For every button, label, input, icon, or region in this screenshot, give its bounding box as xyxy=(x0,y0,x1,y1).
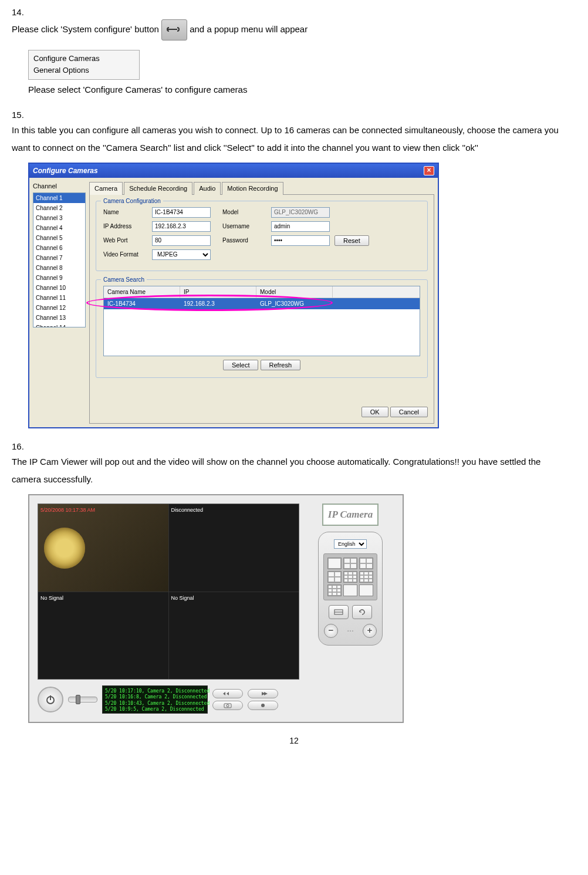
list-mode-button[interactable] xyxy=(329,605,349,619)
snapshot-button[interactable] xyxy=(212,701,243,710)
remote-panel: English xyxy=(318,532,383,646)
refresh-button[interactable]: Refresh xyxy=(261,360,301,370)
tab-schedule[interactable]: Schedule Recording xyxy=(124,182,192,195)
wrench-icon xyxy=(165,26,183,33)
power-icon xyxy=(45,694,56,705)
page-number: 12 xyxy=(12,735,576,747)
channel-list[interactable]: Channel 1 Channel 2 Channel 3 Channel 4 … xyxy=(33,192,86,327)
record-button[interactable] xyxy=(248,701,278,710)
video-cell-1[interactable]: 5/20/2008 10:17:38 AM xyxy=(38,504,168,592)
tab-camera[interactable]: Camera xyxy=(89,182,123,195)
cancel-button[interactable]: Cancel xyxy=(390,407,428,417)
layout-4x4b[interactable] xyxy=(359,585,373,596)
select-button[interactable]: Select xyxy=(223,360,259,370)
layout-3x3[interactable] xyxy=(343,571,357,583)
channel-item[interactable]: Channel 5 xyxy=(33,233,85,243)
channel-item[interactable]: Channel 11 xyxy=(33,293,85,303)
layout-alt2[interactable] xyxy=(359,571,373,583)
slider-thumb[interactable] xyxy=(76,695,80,704)
col-ip: IP xyxy=(180,286,256,298)
search-row[interactable]: IC-1B4734 192.168.2.3 GLP_IC3020WG xyxy=(104,298,420,309)
channel-item[interactable]: Channel 9 xyxy=(33,273,85,283)
prev-next-button[interactable] xyxy=(212,689,243,698)
language-select[interactable]: English xyxy=(334,539,367,549)
password-input[interactable] xyxy=(271,235,330,246)
camera-feed-object xyxy=(44,528,85,569)
tab-content: Camera Configuration Name IP Address xyxy=(89,195,434,424)
step-14-number: 14. xyxy=(12,6,24,19)
model-input xyxy=(271,207,330,218)
system-configure-button-icon[interactable] xyxy=(161,19,187,40)
label-model: Model xyxy=(222,208,266,217)
log-line: 5/20 10:17:10, Camera 2, Disconnected xyxy=(105,688,205,694)
channel-item[interactable]: Channel 7 xyxy=(33,253,85,263)
zoom-out-button[interactable]: − xyxy=(324,624,338,638)
step-16-number: 16. xyxy=(12,440,24,454)
channel-label: Channel xyxy=(33,181,86,191)
layout-alt3[interactable] xyxy=(327,585,342,596)
port-input[interactable] xyxy=(152,235,211,246)
step-15-text: In this table you can configure all came… xyxy=(12,121,563,157)
video-cell-4[interactable]: No Signal xyxy=(169,592,299,680)
popup-item-general-options[interactable]: General Options xyxy=(33,65,134,77)
ip-camera-logo: IP Camera xyxy=(322,504,379,526)
channel-item[interactable]: Channel 1 xyxy=(33,193,85,203)
step-14-text-before: Please click 'System configure' button xyxy=(12,23,161,33)
channel-item[interactable]: Channel 14 xyxy=(33,323,85,327)
tab-motion[interactable]: Motion Recording xyxy=(222,182,283,195)
username-input[interactable] xyxy=(271,221,330,232)
label-password: Password xyxy=(222,236,266,245)
volume-slider[interactable] xyxy=(68,697,97,702)
video-format-select[interactable]: MJPEG xyxy=(152,249,211,260)
record-icon xyxy=(257,702,269,708)
layout-1x1[interactable] xyxy=(327,558,342,569)
play-button[interactable] xyxy=(248,689,278,698)
group-title-search: Camera Search xyxy=(101,275,147,284)
popup-menu: Configure Cameras General Options xyxy=(28,50,140,80)
channel-item[interactable]: Channel 6 xyxy=(33,243,85,253)
label-name: Name xyxy=(103,208,147,217)
step-14-body: Please click 'System configure' button a… xyxy=(12,19,563,40)
svg-point-4 xyxy=(261,704,265,707)
step-16-text: The IP Cam Viewer will pop out and the v… xyxy=(12,453,563,488)
ip-input[interactable] xyxy=(152,221,211,232)
channel-item[interactable]: Channel 13 xyxy=(33,313,85,323)
rotate-button[interactable] xyxy=(352,605,372,619)
reset-button[interactable]: Reset xyxy=(334,235,369,246)
zoom-in-button[interactable]: + xyxy=(363,624,377,638)
step-15: 15. In this table you can configure all … xyxy=(12,109,576,428)
tab-strip: Camera Schedule Recording Audio Motion R… xyxy=(89,181,434,195)
video-cell-3[interactable]: No Signal xyxy=(38,592,168,680)
step-14-text-after: and a popup menu will appear xyxy=(190,23,307,33)
dialog-title-bar: Configure Cameras × xyxy=(29,164,438,178)
channel-panel: Channel Channel 1 Channel 2 Channel 3 Ch… xyxy=(33,181,86,424)
list-icon xyxy=(333,609,344,616)
step-16: 16. The IP Cam Viewer will pop out and t… xyxy=(12,440,576,724)
channel-item[interactable]: Channel 10 xyxy=(33,283,85,293)
channel-item[interactable]: Channel 2 xyxy=(33,203,85,213)
tab-audio[interactable]: Audio xyxy=(194,182,221,195)
log-line: 5/20 10:9:5, Camera 2, Disconnected xyxy=(105,707,205,712)
video-grid: 5/20/2008 10:17:38 AM Disconnected No Si… xyxy=(38,504,299,680)
layout-alt[interactable] xyxy=(327,571,342,583)
layout-4x4[interactable] xyxy=(343,585,357,596)
play-icon xyxy=(257,691,269,697)
log-line: 5/20 10:16:8, Camera 2, Disconnected xyxy=(105,694,205,700)
name-input[interactable] xyxy=(152,207,211,218)
label-username: Username xyxy=(222,222,266,231)
ok-button[interactable]: OK xyxy=(361,407,388,417)
channel-item[interactable]: Channel 4 xyxy=(33,223,85,233)
camera-icon xyxy=(222,702,234,708)
layout-1+3[interactable] xyxy=(359,558,373,569)
svg-point-3 xyxy=(227,705,229,707)
cell-ip: 192.168.2.3 xyxy=(180,298,256,309)
channel-item[interactable]: Channel 12 xyxy=(33,303,85,313)
close-icon[interactable]: × xyxy=(424,166,434,175)
power-button[interactable] xyxy=(38,687,63,712)
popup-item-configure-cameras[interactable]: Configure Cameras xyxy=(33,53,134,65)
layout-2x2[interactable] xyxy=(343,558,357,569)
camera-search-table[interactable]: Camera Name IP Model IC-1B4734 192.168.2… xyxy=(103,286,420,356)
video-cell-2[interactable]: Disconnected xyxy=(169,504,299,592)
channel-item[interactable]: Channel 8 xyxy=(33,263,85,273)
channel-item[interactable]: Channel 3 xyxy=(33,213,85,223)
